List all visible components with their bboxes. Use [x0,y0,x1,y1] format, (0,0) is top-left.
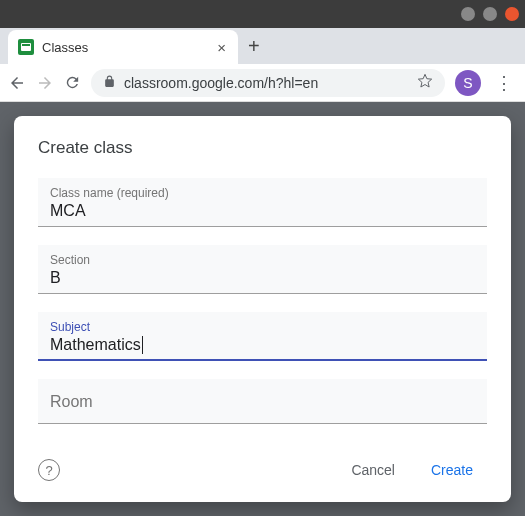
tab-strip: Classes × + [0,28,525,64]
section-input[interactable] [50,269,475,287]
tab-close-icon[interactable]: × [215,39,228,56]
window-minimize-button[interactable] [461,7,475,21]
section-label: Section [50,253,475,267]
dialog-actions: ? Cancel Create [38,454,487,486]
browser-chrome: Classes × + classroom.google.com/h?hl=en… [0,28,525,102]
profile-avatar[interactable]: S [455,70,481,96]
svg-rect-1 [22,44,30,46]
window-maximize-button[interactable] [483,7,497,21]
os-titlebar [0,0,525,28]
lock-icon [103,75,116,91]
subject-input[interactable]: Mathematics [50,336,141,354]
browser-toolbar: classroom.google.com/h?hl=en S ⋮ [0,64,525,102]
address-bar[interactable]: classroom.google.com/h?hl=en [91,69,445,97]
class-name-label: Class name (required) [50,186,475,200]
class-name-field[interactable]: Class name (required) [38,178,487,227]
browser-tab[interactable]: Classes × [8,30,238,64]
url-text: classroom.google.com/h?hl=en [124,75,409,91]
text-cursor [142,336,143,354]
room-field[interactable]: Room [38,379,487,424]
room-label: Room [50,393,475,411]
browser-menu-icon[interactable]: ⋮ [491,72,517,94]
create-button[interactable]: Create [417,454,487,486]
tab-title: Classes [42,40,207,55]
help-icon[interactable]: ? [38,459,60,481]
forward-button[interactable] [36,74,54,92]
page-content: Create class Class name (required) Secti… [0,102,525,516]
subject-field[interactable]: Subject Mathematics [38,312,487,361]
favicon-icon [18,39,34,55]
section-field[interactable]: Section [38,245,487,294]
class-name-input[interactable] [50,202,475,220]
bookmark-star-icon[interactable] [417,73,433,92]
back-button[interactable] [8,74,26,92]
subject-label: Subject [50,320,475,334]
window-close-button[interactable] [505,7,519,21]
reload-button[interactable] [64,74,81,91]
new-tab-button[interactable]: + [238,35,270,58]
dialog-title: Create class [38,138,487,158]
create-class-dialog: Create class Class name (required) Secti… [14,116,511,502]
cancel-button[interactable]: Cancel [337,454,409,486]
